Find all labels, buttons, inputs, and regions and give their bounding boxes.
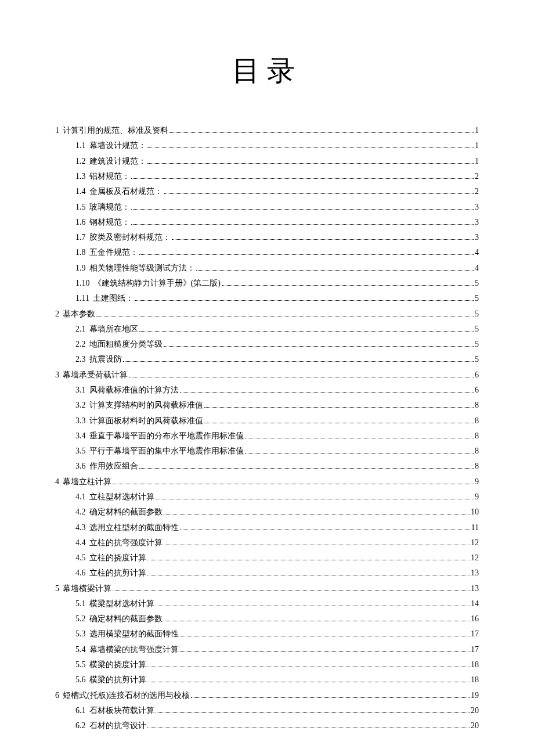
toc-list: 1计算引用的规范、标准及资料11.1幕墙设计规范：11.2建筑设计规范：11.3… <box>55 127 479 730</box>
entry-number: 1 <box>55 127 59 135</box>
entry-title: 钢材规范： <box>89 218 130 226</box>
entry-title: 确定材料的截面参数 <box>89 508 163 516</box>
toc-entry: 6.2石材的抗弯设计20 <box>55 722 479 730</box>
leader-dots <box>139 325 474 332</box>
entry-number: 1.2 <box>75 157 86 165</box>
entry-number: 5.5 <box>75 661 86 669</box>
leader-dots <box>147 676 470 682</box>
leader-dots <box>164 340 474 347</box>
leader-dots <box>135 294 474 301</box>
toc-entry: 1.5玻璃规范：3 <box>55 203 479 211</box>
entry-number: 2 <box>55 310 59 318</box>
entry-page: 8 <box>475 447 479 455</box>
entry-page: 1 <box>475 157 479 165</box>
entry-title: 幕墙所在地区 <box>89 325 138 333</box>
toc-entry: 1计算引用的规范、标准及资料1 <box>55 127 479 135</box>
entry-title: 选用横梁型材的截面特性 <box>89 630 179 638</box>
entry-number: 1.11 <box>75 294 89 303</box>
entry-page: 17 <box>471 630 479 638</box>
leader-dots <box>113 477 474 484</box>
entry-title: 作用效应组合 <box>89 462 138 470</box>
entry-page: 6 <box>475 386 479 394</box>
entry-title: 《建筑结构静力计算手册》(第二版) <box>93 279 221 287</box>
entry-page: 2 <box>475 188 479 196</box>
entry-page: 20 <box>471 722 479 730</box>
toc-entry: 3.5平行于幕墙平面的集中水平地震作用标准值8 <box>55 447 479 455</box>
entry-number: 4 <box>55 478 59 486</box>
leader-dots <box>222 279 474 286</box>
leader-dots <box>147 142 474 148</box>
leader-dots <box>147 569 470 575</box>
entry-number: 3.1 <box>75 386 86 394</box>
toc-entry: 3.2计算支撑结构时的风荷载标准值8 <box>55 401 479 409</box>
leader-dots <box>172 233 474 240</box>
entry-number: 4.6 <box>75 569 86 577</box>
entry-title: 相关物理性能等级测试方法： <box>89 264 195 272</box>
entry-number: 3.4 <box>75 432 86 440</box>
entry-title: 立柱的挠度计算 <box>89 554 146 562</box>
entry-title: 基本参数 <box>63 310 95 318</box>
entry-title: 确定材料的截面参数 <box>89 615 163 623</box>
toc-entry: 1.11土建图纸：5 <box>55 294 479 303</box>
entry-page: 5 <box>475 325 479 333</box>
entry-title: 石材的抗弯设计 <box>89 722 146 730</box>
toc-entry: 4.4立柱的抗弯强度计算12 <box>55 539 479 547</box>
entry-number: 5.4 <box>75 646 86 654</box>
entry-number: 1.9 <box>75 264 86 272</box>
entry-title: 金属板及石材规范： <box>89 188 163 196</box>
entry-number: 5.1 <box>75 600 86 608</box>
entry-page: 8 <box>475 462 479 470</box>
entry-title: 平行于幕墙平面的集中水平地震作用标准值 <box>89 447 244 455</box>
entry-number: 3 <box>55 371 59 379</box>
entry-number: 6.1 <box>75 707 86 715</box>
leader-dots <box>139 249 474 255</box>
toc-entry: 3.6作用效应组合8 <box>55 462 479 470</box>
entry-page: 8 <box>475 432 479 440</box>
entry-title: 铝材规范： <box>89 172 130 181</box>
toc-entry: 4.6立柱的抗剪计算13 <box>55 569 479 577</box>
entry-title: 计算面板材料时的风荷载标准值 <box>89 417 203 425</box>
leader-dots <box>156 493 474 499</box>
entry-page: 19 <box>471 692 479 700</box>
leader-dots <box>245 432 474 438</box>
entry-title: 横梁型材选材计算 <box>89 600 154 608</box>
entry-page: 2 <box>475 172 479 181</box>
leader-dots <box>131 218 474 225</box>
entry-page: 5 <box>475 279 479 287</box>
entry-page: 14 <box>471 600 479 608</box>
toc-entry: 1.3铝材规范：2 <box>55 172 479 181</box>
entry-number: 2.3 <box>75 355 86 363</box>
entry-number: 6 <box>55 692 59 700</box>
entry-page: 5 <box>475 310 479 318</box>
entry-number: 1.6 <box>75 218 86 226</box>
entry-number: 1.3 <box>75 172 86 181</box>
leader-dots <box>129 371 474 377</box>
entry-page: 16 <box>471 615 479 623</box>
leader-dots <box>123 355 474 362</box>
page-container: 目录 1计算引用的规范、标准及资料11.1幕墙设计规范：11.2建筑设计规范：1… <box>0 0 534 730</box>
entry-number: 1.4 <box>75 188 86 196</box>
entry-page: 6 <box>475 371 479 379</box>
leader-dots <box>191 691 470 697</box>
leader-dots <box>156 600 470 606</box>
toc-entry: 4.2确定材料的截面参数10 <box>55 508 479 516</box>
toc-entry: 3.3计算面板材料时的风荷载标准值8 <box>55 416 479 424</box>
entry-title: 幕墙横梁的抗弯强度计算 <box>89 646 179 654</box>
toc-entry: 5.2确定材料的截面参数16 <box>55 615 479 623</box>
leader-dots <box>164 508 470 514</box>
leader-dots <box>169 127 474 133</box>
toc-entry: 4.5立柱的挠度计算12 <box>55 554 479 562</box>
entry-title: 幕墙设计规范： <box>89 142 146 150</box>
entry-number: 5.2 <box>75 615 86 623</box>
toc-entry: 2.1幕墙所在地区5 <box>55 325 479 333</box>
leader-dots <box>96 309 474 316</box>
toc-entry: 6短槽式(托板)连接石材的选用与校核19 <box>55 691 479 699</box>
leader-dots <box>164 615 470 621</box>
entry-title: 横梁的挠度计算 <box>89 661 146 669</box>
leader-dots <box>147 661 470 667</box>
entry-page: 3 <box>475 233 479 242</box>
entry-page: 13 <box>471 569 479 577</box>
entry-title: 计算引用的规范、标准及资料 <box>63 127 168 135</box>
entry-page: 13 <box>471 585 479 593</box>
entry-page: 1 <box>475 127 479 135</box>
